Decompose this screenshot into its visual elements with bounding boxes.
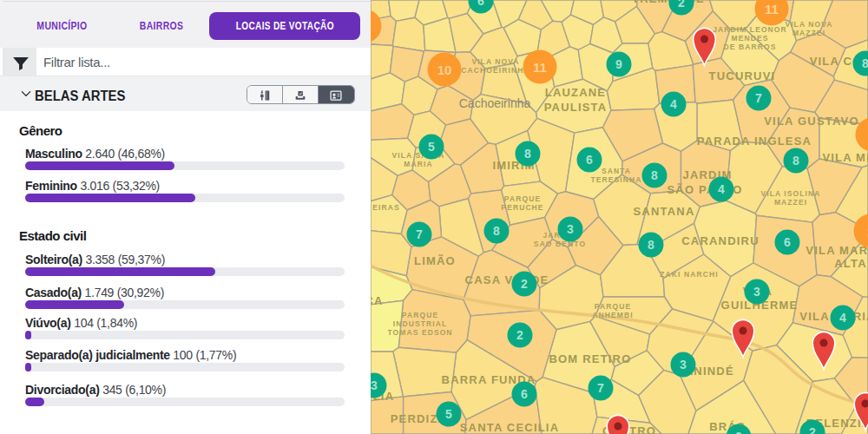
svg-text:LIMÃO: LIMÃO: [414, 254, 456, 267]
svg-text:SAO BENTO: SAO BENTO: [534, 240, 586, 248]
svg-text:ANHEMBI: ANHEMBI: [592, 311, 633, 319]
svg-text:5: 5: [445, 407, 452, 421]
svg-text:ALTA: ALTA: [834, 257, 867, 270]
svg-text:3: 3: [680, 358, 687, 372]
svg-text:6: 6: [784, 235, 791, 249]
svg-text:TUCURUVI: TUCURUVI: [709, 69, 776, 82]
svg-text:2: 2: [678, 0, 685, 10]
svg-text:8: 8: [524, 147, 531, 161]
svg-text:8: 8: [648, 238, 654, 252]
svg-text:4: 4: [839, 311, 846, 325]
svg-text:CA: CA: [371, 294, 384, 307]
svg-text:SANTA: SANTA: [602, 167, 631, 175]
svg-text:8: 8: [862, 56, 868, 70]
svg-text:CACHOEIRINHA: CACHOEIRINHA: [461, 66, 529, 75]
svg-text:PERUCHE: PERUCHE: [501, 203, 543, 212]
svg-text:TOMAS EDSON: TOMAS EDSON: [387, 328, 452, 337]
svg-text:6: 6: [477, 0, 484, 8]
svg-text:ZAKI NARCHI: ZAKI NARCHI: [660, 270, 718, 279]
svg-text:TERESINHA: TERESINHA: [590, 175, 641, 184]
svg-text:3: 3: [371, 378, 378, 392]
svg-text:2: 2: [735, 430, 742, 434]
svg-text:2: 2: [516, 328, 523, 342]
svg-text:PARQUE: PARQUE: [595, 302, 631, 311]
svg-text:7: 7: [755, 91, 762, 105]
svg-text:VILA MED: VILA MED: [822, 151, 868, 164]
svg-text:9: 9: [615, 57, 622, 71]
svg-text:DE BARROS: DE BARROS: [724, 43, 777, 51]
svg-text:8: 8: [651, 168, 658, 182]
svg-text:VILA MARIA: VILA MARIA: [806, 244, 868, 257]
svg-text:3: 3: [753, 285, 760, 299]
svg-text:MARIA: MARIA: [404, 160, 432, 168]
svg-text:EIRAS: EIRAS: [372, 203, 399, 212]
svg-text:7: 7: [416, 227, 423, 241]
svg-text:VILA NOVA: VILA NOVA: [785, 20, 832, 29]
svg-text:MAZZEI: MAZZEI: [792, 29, 825, 37]
svg-text:3: 3: [567, 222, 574, 236]
svg-text:2: 2: [521, 277, 528, 291]
svg-text:4: 4: [670, 97, 677, 111]
svg-text:JARDIM LEONOR: JARDIM LEONOR: [713, 25, 787, 34]
svg-text:VILA GUSTAVO: VILA GUSTAVO: [764, 115, 859, 128]
svg-text:6: 6: [521, 387, 528, 401]
svg-text:10: 10: [437, 62, 452, 77]
svg-text:2: 2: [809, 425, 816, 434]
svg-text:11: 11: [765, 2, 779, 16]
svg-text:Cachoeirinha: Cachoeirinha: [459, 96, 531, 110]
svg-text:PARQUE: PARQUE: [402, 311, 438, 319]
svg-text:4: 4: [718, 182, 725, 196]
svg-text:8: 8: [792, 154, 799, 168]
svg-text:LAUZANE: LAUZANE: [545, 86, 607, 99]
svg-text:MAZZEI: MAZZEI: [774, 198, 807, 207]
svg-text:MENDES: MENDES: [732, 34, 769, 43]
svg-text:VILA ISOLINA: VILA ISOLINA: [760, 189, 820, 198]
svg-text:7: 7: [597, 381, 604, 395]
svg-text:11: 11: [533, 60, 547, 75]
svg-text:PARQUE: PARQUE: [504, 194, 541, 203]
svg-text:SANTANA: SANTANA: [634, 205, 695, 218]
svg-text:VILA NOVA: VILA NOVA: [471, 57, 519, 66]
svg-text:SANTA CECILIA: SANTA CECILIA: [460, 421, 560, 434]
svg-text:INDUSTRIAL: INDUSTRIAL: [393, 319, 447, 328]
svg-text:PARADA INGLESA: PARADA INGLESA: [697, 135, 812, 148]
svg-text:6: 6: [586, 153, 593, 167]
svg-text:CARANDIRU: CARANDIRU: [681, 234, 760, 247]
svg-text:5: 5: [428, 140, 435, 154]
svg-text:BOM RETIRO: BOM RETIRO: [549, 352, 631, 365]
svg-text:8: 8: [493, 224, 500, 238]
svg-text:PAULISTA: PAULISTA: [544, 101, 608, 114]
